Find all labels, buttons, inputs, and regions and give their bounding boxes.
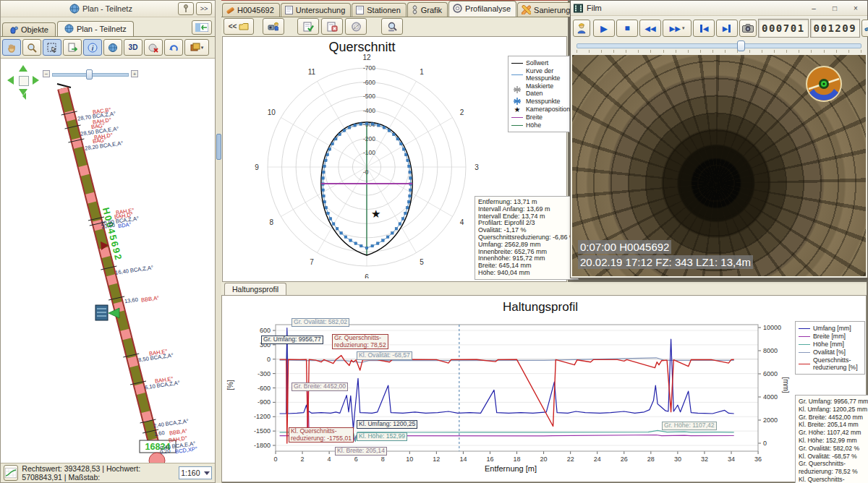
chart-annotation: Gr. Höhe: 1107,42 [662, 422, 717, 430]
globe-view-button[interactable] [103, 39, 122, 56]
seek-tick-marks [576, 50, 861, 53]
pan-left-small-arrow[interactable] [22, 93, 26, 100]
film-seek-track[interactable] [576, 43, 861, 48]
tab-stationen[interactable]: Stationen [352, 3, 406, 17]
3d-view-button[interactable]: 3D [124, 39, 142, 56]
camera-operator-button[interactable] [263, 18, 284, 35]
svg-text:-1800: -1800 [254, 442, 271, 449]
close-button[interactable]: × [847, 2, 864, 14]
zoom-slider-thumb[interactable] [86, 69, 93, 80]
legend-item: Querschnitts-reduzierung [%] [799, 356, 861, 371]
magnifier-icon [387, 22, 398, 32]
zoom-out-button[interactable]: − [43, 70, 50, 77]
map-nav-cross[interactable] [7, 64, 40, 97]
svg-text:-400: -400 [363, 107, 375, 114]
line-swatch [511, 114, 523, 121]
profile-chart-button[interactable] [4, 465, 18, 481]
rewind-button[interactable]: ◀◀ [639, 20, 661, 37]
globe-icon [69, 4, 80, 14]
zoom-in-button[interactable]: + [131, 70, 138, 77]
svg-text:-900: -900 [258, 398, 271, 406]
map-canvas[interactable]: H004569216834 BAC,B°28,70 BCA,Z,A°BAH,D°… [1, 59, 215, 463]
tab-plan-teilnetz[interactable]: Plan - Teilnetz [57, 21, 134, 36]
operator-button[interactable] [573, 20, 590, 37]
splitter-grip[interactable] [216, 134, 221, 160]
film-icon [574, 4, 583, 13]
line-swatch [799, 333, 810, 340]
tab-haltungsprofil[interactable]: Haltungsprofil [224, 283, 286, 295]
select-tool-button[interactable] [43, 39, 61, 56]
plan-window-title: Plan - Teilnetz [82, 4, 132, 13]
pan-tool-button[interactable] [2, 39, 21, 56]
dock-panel-button[interactable] [192, 20, 212, 35]
svg-text:★: ★ [371, 208, 380, 220]
snapshot-button[interactable] [739, 20, 757, 37]
pin-button[interactable] [178, 2, 194, 15]
svg-text:8000: 8000 [763, 347, 778, 354]
svg-text:10000: 10000 [763, 324, 781, 331]
stop-button[interactable]: ■ [616, 20, 638, 37]
pan-center[interactable] [19, 76, 29, 86]
maximize-button[interactable]: □ [826, 2, 843, 14]
wrench-icon [864, 23, 868, 33]
tab-stationen-label: Stationen [367, 6, 400, 14]
export-view-button[interactable] [63, 39, 82, 56]
svg-text:7: 7 [310, 258, 314, 266]
info-line: Gr. Ovalität: 582,02 % [799, 445, 868, 453]
tab-haltung[interactable]: H0045692 [222, 3, 280, 17]
undo-arrow-icon [169, 43, 179, 53]
tab-profilanalyse-label: Profilanalyse [465, 4, 511, 13]
info-line: Gr. Querschnitts-reduzierung: 78,52 % [799, 460, 868, 476]
info-icon: i [88, 43, 98, 53]
tab-objekte[interactable]: Objekte [2, 22, 56, 36]
film-title-bar[interactable]: Film – □ × [571, 1, 867, 16]
info-tool-button[interactable]: i [83, 39, 102, 56]
measure-zoom-button[interactable] [381, 18, 403, 35]
objects-icon [9, 25, 18, 34]
pan-up-arrow[interactable] [19, 65, 27, 72]
overlay-line-1: 0:07:00 H0045692 [578, 240, 671, 254]
pan-right-arrow[interactable] [33, 76, 39, 85]
svg-text:2000: 2000 [763, 416, 778, 424]
svg-text:4: 4 [328, 456, 331, 463]
skip-start-button[interactable]: ◀ [693, 20, 715, 37]
minimize-button[interactable]: – [805, 2, 822, 14]
tools-button[interactable] [861, 20, 868, 37]
report-ok-button[interactable] [297, 18, 319, 35]
line-swatch [511, 60, 523, 67]
tab-untersuchung[interactable]: Untersuchung [281, 3, 352, 17]
skip-end-button[interactable]: ▶ [716, 20, 738, 37]
profilanalyse-panel: H0045692 Untersuchung Stationen Grafik P… [221, 0, 568, 282]
svg-text:-600: -600 [258, 385, 271, 392]
svg-text:600: 600 [260, 327, 271, 334]
undo-button[interactable] [164, 39, 183, 56]
zoom-tool-button[interactable] [22, 39, 41, 56]
profile-rings-button[interactable] [345, 18, 367, 35]
globe-delete-icon [148, 43, 158, 53]
chart-annotation: Kl. Höhe: 152,99 [357, 432, 407, 441]
folder-icon [239, 22, 249, 30]
report-error-button[interactable] [321, 18, 343, 35]
svg-text:-300: -300 [258, 370, 271, 377]
clear-selection-button[interactable] [144, 39, 163, 56]
pan-left-arrow[interactable] [7, 76, 14, 85]
stop-icon: ■ [624, 24, 629, 33]
tab-sanierung[interactable]: Sanierung [517, 2, 576, 17]
collapse-button[interactable]: << [224, 18, 254, 35]
document-check-icon [303, 22, 314, 32]
collapse-panel-button[interactable]: >> [196, 2, 212, 15]
line-swatch [799, 341, 810, 348]
play-button[interactable]: ▶ [593, 20, 615, 37]
tab-grafik[interactable]: Grafik [407, 2, 448, 17]
scale-select[interactable]: 1:160 [179, 466, 212, 479]
video-frame[interactable]: 0:07:00 H0045692 20.02.19 17:12 FZ: 343 … [572, 55, 866, 276]
orientation-compass [805, 65, 843, 103]
line-swatch [511, 122, 523, 129]
map-zoom-slider[interactable]: − + [43, 69, 138, 78]
tab-profilanalyse[interactable]: Profilanalyse [448, 1, 516, 17]
layers-menu-button[interactable]: ▾ [184, 39, 209, 56]
fast-forward-icon: ▶▶ [670, 24, 681, 33]
legend-item: Breite [mm] [799, 333, 861, 340]
fast-forward-button[interactable]: ▶▶ ▾ [663, 20, 692, 37]
haltungsprofil-chart-panel: Haltungsprofil [%] [mm] 6003000-300-600-… [221, 296, 867, 482]
